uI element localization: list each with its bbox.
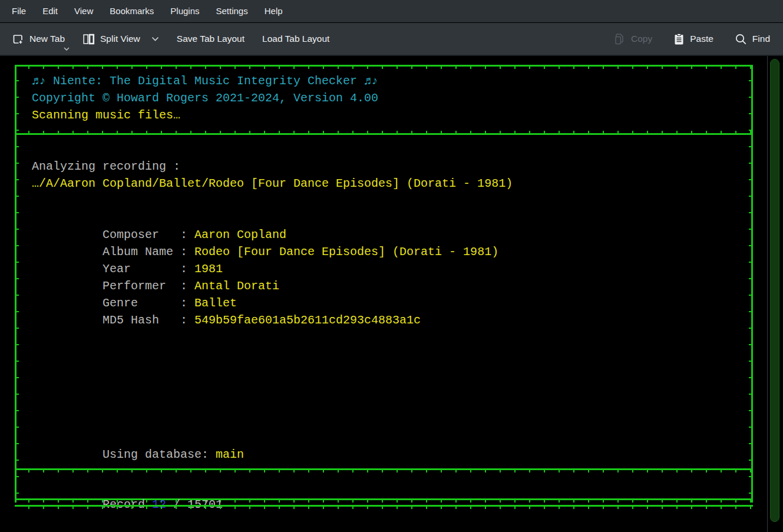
field-colon: : [180, 295, 194, 312]
load-tab-layout-button[interactable]: Load Tab Layout [262, 34, 329, 44]
menu-bar: File Edit View Bookmarks Plugins Setting… [0, 0, 783, 22]
record-status-box: Record12/15701 [32, 479, 746, 496]
field-colon: : [180, 226, 194, 243]
field-value: Aaron Copland [194, 228, 286, 242]
database-line: Using database:main [32, 429, 746, 446]
field-label: Album Name [103, 243, 180, 260]
field-value: Rodeo [Four Dance Episodes] (Dorati - 19… [194, 245, 498, 259]
menu-bookmarks[interactable]: Bookmarks [101, 1, 162, 21]
load-tab-layout-label: Load Tab Layout [262, 34, 329, 44]
outer-bottom-border [15, 505, 753, 509]
split-view-chevron-down-icon[interactable] [151, 37, 159, 41]
database-label: Using database: [103, 448, 209, 461]
scrollbar-thumb[interactable] [770, 59, 779, 522]
paste-label: Paste [690, 34, 713, 44]
database-value: main [216, 448, 244, 461]
menu-plugins[interactable]: Plugins [162, 1, 207, 21]
terminal-viewport[interactable]: ♬♪ Niente: The Digital Music Integrity C… [0, 56, 783, 532]
paste-icon [673, 33, 685, 45]
scan-status: Scanning music files… [32, 107, 746, 124]
field-label: Performer [103, 277, 180, 295]
new-tab-icon [12, 33, 24, 45]
field-label: Genre [103, 295, 180, 312]
niente-tui-frame: ♬♪ Niente: The Digital Music Integrity C… [15, 65, 753, 503]
field-value: Ballet [194, 296, 237, 310]
menu-settings[interactable]: Settings [208, 1, 256, 21]
field-colon: : [180, 243, 194, 260]
menu-help[interactable]: Help [256, 1, 291, 21]
menu-file[interactable]: File [4, 1, 34, 21]
search-icon [735, 33, 747, 45]
field-colon: : [180, 260, 194, 277]
field-value: 1981 [194, 262, 223, 276]
app-window: File Edit View Bookmarks Plugins Setting… [0, 0, 783, 532]
copy-button: Copy [614, 33, 652, 45]
copy-icon [614, 33, 626, 45]
field-value: 549b59fae601a5b2611cd293c4883a1c [194, 313, 421, 327]
field-colon: : [180, 312, 194, 329]
new-tab-label: New Tab [29, 34, 65, 44]
copyright-line: Copyright © Howard Rogers 2021-2024, Ver… [32, 90, 746, 107]
status-separator [15, 468, 753, 472]
paste-button[interactable]: Paste [673, 33, 713, 45]
field-composer: Composer:Aaron Copland [32, 209, 746, 226]
split-view-button[interactable]: Split View [82, 33, 159, 45]
field-label: MD5 Hash [103, 312, 180, 329]
recording-path: …/A/Aaron Copland/Ballet/Rodeo [Four Dan… [32, 175, 746, 192]
save-tab-layout-button[interactable]: Save Tab Layout [177, 34, 245, 44]
field-label: Year [103, 260, 180, 277]
save-tab-layout-label: Save Tab Layout [177, 34, 245, 44]
field-label: Composer [103, 226, 180, 243]
new-tab-chevron-down-icon[interactable] [64, 47, 70, 51]
toolbar: New Tab Split View Save Ta [0, 23, 783, 56]
new-tab-button[interactable]: New Tab [12, 33, 65, 45]
menu-view[interactable]: View [66, 1, 101, 21]
scrollbar-separator [767, 56, 768, 532]
header-box: ♬♪ Niente: The Digital Music Integrity C… [32, 72, 746, 124]
find-button[interactable]: Find [735, 33, 770, 45]
field-value: Antal Dorati [194, 279, 279, 293]
split-view-icon [82, 33, 95, 45]
app-title: ♬♪ Niente: The Digital Music Integrity C… [32, 72, 746, 90]
field-colon: : [180, 277, 194, 295]
menu-edit[interactable]: Edit [34, 1, 66, 21]
find-label: Find [752, 34, 770, 44]
copy-label: Copy [631, 34, 652, 44]
scrollbar-track[interactable] [768, 56, 783, 532]
record-counter: Record12/15701 [32, 479, 746, 496]
analysis-box: Analyzing recording : …/A/Aaron Copland/… [32, 158, 746, 446]
header-separator [15, 131, 753, 135]
split-view-label: Split View [100, 34, 140, 44]
analyzing-label: Analyzing recording : [32, 158, 746, 175]
frame-top-border [15, 65, 753, 69]
